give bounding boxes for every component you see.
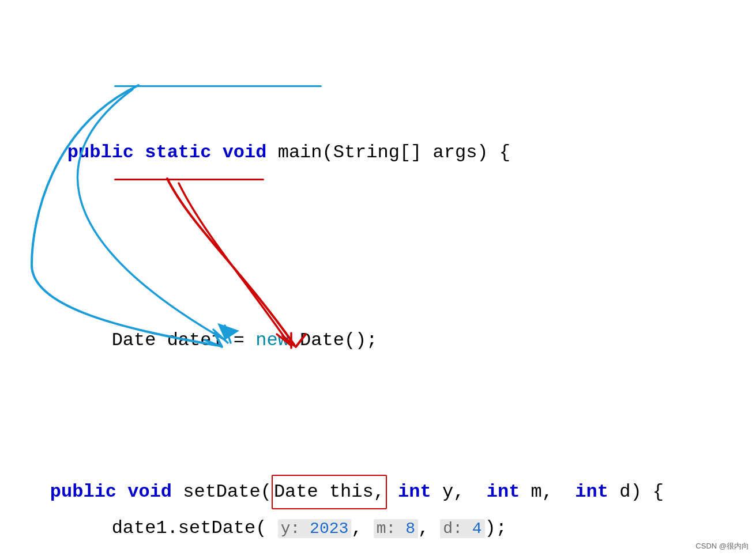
code-text: y,	[431, 481, 487, 502]
blue-underline-top	[114, 85, 322, 87]
bottom-line-1: public void setDate(Date this, int y, in…	[6, 442, 664, 542]
keyword-int1: int	[398, 481, 431, 502]
keyword-void: void	[223, 142, 267, 163]
code-line-1: public static void main(String[] args) {	[23, 105, 510, 199]
code-text	[387, 481, 398, 502]
keyword-public2: public	[50, 481, 116, 502]
code-text: d) {	[608, 481, 664, 502]
red-underline-top	[114, 179, 264, 180]
keyword-static: static	[145, 142, 211, 163]
code-text: m,	[520, 481, 575, 502]
keyword-public: public	[67, 142, 134, 163]
code-text: main(String[] args) {	[266, 142, 510, 163]
code-text: setDate(	[172, 481, 272, 502]
keyword-int2: int	[487, 481, 520, 502]
keyword-void2: void	[127, 481, 172, 502]
keyword-int3: int	[575, 481, 608, 502]
bottom-code-block: public void setDate(Date this, int y, in…	[6, 346, 664, 556]
watermark: CSDN @很内向	[695, 541, 749, 551]
date-this-highlight: Date this,	[272, 475, 387, 509]
